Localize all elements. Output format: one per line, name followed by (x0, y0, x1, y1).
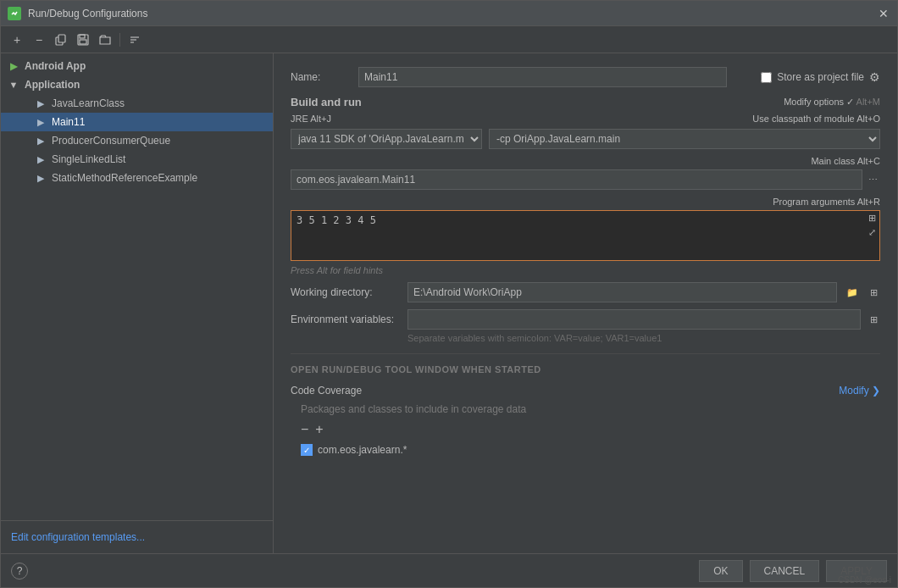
sidebar-item-label: Main11 (52, 116, 85, 128)
sidebar-item-javalearn[interactable]: ▶ JavaLearnClass (1, 94, 273, 113)
toolbar-separator (119, 33, 120, 47)
name-label: Name: (291, 71, 358, 83)
sdk-row: java 11 SDK of 'OriApp.JavaLearn.m -cp O… (291, 129, 880, 149)
ok-button[interactable]: OK (699, 560, 742, 582)
sidebar-item-android-app[interactable]: ▶ Android App (1, 57, 273, 75)
name-row: Name: Store as project file ⚙ (291, 67, 880, 87)
sort-config-button[interactable] (125, 31, 144, 49)
remove-config-button[interactable]: − (30, 31, 48, 49)
env-vars-input[interactable] (407, 309, 861, 330)
store-as-project-label: Store as project file (777, 71, 864, 83)
help-button[interactable]: ? (11, 563, 28, 580)
main-class-hint[interactable]: Main class Alt+C (811, 156, 880, 166)
application-label: Application (25, 79, 80, 91)
main-class-input-row: ⋯ (291, 169, 880, 190)
prog-args-textarea[interactable]: 3 5 1 2 3 4 5 (291, 210, 880, 261)
working-dir-input[interactable] (407, 282, 837, 302)
prog-args-hint-row: Program arguments Alt+R (291, 197, 880, 207)
sidebar-item-label: ProducerConsumerQueue (52, 135, 170, 147)
build-run-title: Build and run (291, 96, 362, 108)
toolbar: + − (1, 26, 897, 53)
working-dir-row: Working directory: 📁 ⊞ (291, 282, 880, 302)
sidebar-item-producerconsumer[interactable]: ▶ ProducerConsumerQueue (1, 131, 273, 150)
sidebar-section-android: ▶ Android App ▼ Application ▶ JavaLearnC… (1, 53, 273, 191)
file-icon-main11: ▶ (35, 116, 47, 128)
prog-args-expand-button[interactable]: ⊞ (866, 212, 879, 225)
modify-options-link[interactable]: Modify options ✓ Alt+M (784, 97, 880, 108)
code-coverage-title: Code Coverage (291, 385, 362, 397)
sidebar-item-label: SingleLinkedList (52, 153, 125, 165)
svg-rect-5 (80, 40, 86, 44)
file-icon-singlelinked: ▶ (35, 153, 47, 165)
env-vars-label: Environment variables: (291, 313, 401, 325)
classpath-select[interactable]: -cp OriApp.JavaLearn.main (489, 129, 880, 149)
android-icon: ▶ (8, 60, 19, 72)
coverage-add-button[interactable]: + (315, 422, 323, 437)
android-app-label: Android App (25, 60, 86, 72)
edit-templates-link[interactable]: Edit configuration templates... (8, 528, 266, 546)
cancel-button[interactable]: CANCEL (750, 560, 820, 582)
modify-coverage-button[interactable]: Modify ❯ (839, 385, 880, 397)
window-title: Run/Debug Configurations (28, 8, 870, 19)
save-config-button[interactable] (74, 31, 92, 49)
bottom-bar: ? OK CANCEL APPLY (1, 553, 897, 587)
prog-args-wrapper: 3 5 1 2 3 4 5 Press Alt for field hints … (291, 210, 880, 275)
prog-args-collapse-button[interactable]: ⤢ (866, 226, 879, 239)
sidebar-item-staticmethod[interactable]: ▶ StaticMethodReferenceExample (1, 169, 273, 187)
main-class-input[interactable] (291, 169, 862, 190)
env-vars-row: Environment variables: ⊞ (291, 309, 880, 330)
prog-args-hint[interactable]: Program arguments Alt+R (773, 197, 880, 207)
svg-rect-2 (58, 35, 65, 42)
file-icon-javalearn: ▶ (35, 97, 47, 109)
sidebar: ▶ Android App ▼ Application ▶ JavaLearnC… (1, 53, 274, 553)
sidebar-footer: Edit configuration templates... (1, 520, 273, 553)
main-class-hint-row: Main class Alt+C (291, 156, 880, 166)
sidebar-item-label: JavaLearnClass (52, 97, 125, 109)
env-vars-hint: Separate variables with semicolon: VAR=v… (407, 333, 880, 343)
watermark: CSDN @eos-i (838, 575, 891, 585)
jre-row: JRE Alt+J Use classpath of module Alt+O (291, 114, 880, 124)
sidebar-item-main11[interactable]: ▶ Main11 (1, 113, 273, 131)
prog-args-placeholder-hint: Press Alt for field hints (291, 265, 880, 275)
working-dir-label: Working directory: (291, 286, 401, 298)
sidebar-item-label: StaticMethodReferenceExample (52, 172, 197, 184)
open-tool-window-label: OPEN RUN/DEBUG TOOL WINDOW WHEN STARTED (291, 364, 541, 374)
bottom-left: ? (11, 563, 28, 580)
prog-args-icons: ⊞ ⤢ (866, 212, 879, 239)
gear-icon[interactable]: ⚙ (869, 70, 880, 84)
app-icon (8, 7, 21, 20)
main-class-browse-button[interactable]: ⋯ (866, 174, 880, 186)
svg-rect-4 (80, 35, 85, 38)
working-dir-browse-button[interactable]: 📁 (844, 286, 861, 299)
open-tool-window-section: OPEN RUN/DEBUG TOOL WINDOW WHEN STARTED (291, 353, 880, 374)
build-run-header: Build and run Modify options ✓ Alt+M (291, 96, 880, 108)
file-icon-staticmethod: ▶ (35, 172, 47, 184)
main-panel: Name: Store as project file ⚙ Build and … (274, 53, 897, 553)
content-area: ▶ Android App ▼ Application ▶ JavaLearnC… (1, 53, 897, 553)
coverage-remove-button[interactable]: − (301, 422, 308, 437)
working-dir-expand-button[interactable]: ⊞ (868, 286, 880, 299)
coverage-description: Packages and classes to include in cover… (301, 403, 880, 415)
coverage-actions: − + (301, 422, 880, 437)
name-input[interactable] (358, 67, 727, 87)
close-button[interactable]: ✕ (877, 7, 890, 20)
env-vars-browse-button[interactable]: ⊞ (868, 313, 880, 326)
title-bar: Run/Debug Configurations ✕ (1, 1, 897, 26)
sidebar-item-application[interactable]: ▼ Application (1, 75, 273, 94)
run-debug-configurations-window: Run/Debug Configurations ✕ + − ▶ Android (0, 0, 898, 588)
sdk-select[interactable]: java 11 SDK of 'OriApp.JavaLearn.m (291, 129, 482, 149)
store-as-project-checkbox[interactable] (761, 72, 772, 83)
classpath-label[interactable]: Use classpath of module Alt+O (752, 114, 880, 124)
copy-config-button[interactable] (52, 31, 70, 49)
coverage-item: ✓ com.eos.javalearn.* (301, 444, 880, 456)
chevron-down-icon: ▼ (8, 79, 19, 91)
sidebar-item-singlelinked[interactable]: ▶ SingleLinkedList (1, 150, 273, 169)
jre-label[interactable]: JRE Alt+J (291, 114, 331, 124)
file-icon-producer: ▶ (35, 135, 47, 147)
coverage-item-checkbox[interactable]: ✓ (301, 444, 313, 456)
coverage-item-label: com.eos.javalearn.* (318, 444, 407, 456)
add-config-button[interactable]: + (8, 31, 26, 49)
modify-options-shortcut: Alt+M (856, 97, 880, 107)
folder-config-button[interactable] (96, 31, 114, 49)
code-coverage-section: Code Coverage Modify ❯ Packages and clas… (291, 385, 880, 456)
